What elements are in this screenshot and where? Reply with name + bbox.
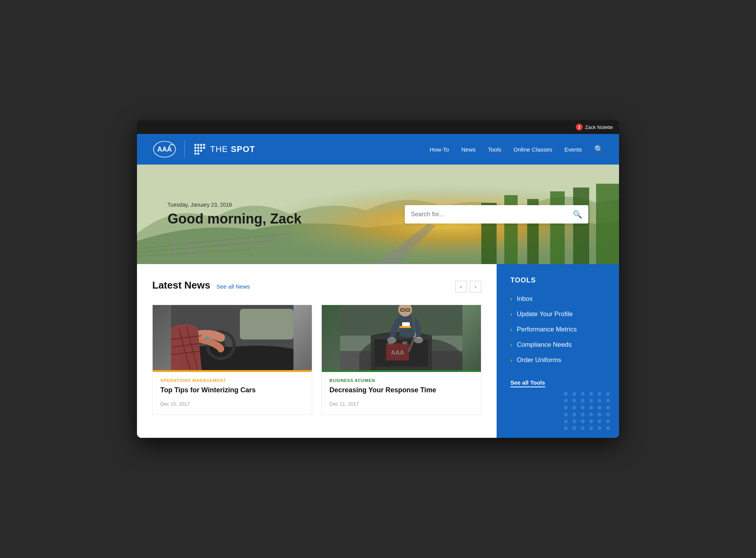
news-section-title: Latest News [152, 279, 210, 291]
card-headline: Top Tips for Winterizing Cars [160, 386, 304, 395]
chevron-icon: › [510, 296, 512, 302]
svg-rect-38 [205, 336, 210, 340]
list-item: › Inbox [510, 295, 605, 303]
news-card-body: Operations Management Top Tips for Winte… [153, 372, 312, 414]
card-category: Operations Management [160, 378, 304, 383]
svg-point-6 [194, 147, 197, 149]
svg-point-5 [203, 144, 205, 146]
svg-point-8 [200, 147, 202, 149]
tools-item-label: Order Uniforms [517, 356, 561, 364]
svg-point-3 [197, 144, 199, 146]
nav-news[interactable]: News [461, 146, 476, 153]
hero-search-button[interactable]: 🔍 [573, 210, 582, 219]
svg-point-7 [197, 147, 199, 149]
svg-point-4 [200, 144, 202, 146]
see-all-tools-link[interactable]: See all Tools [510, 379, 545, 387]
list-item: › Order Uniforms [510, 356, 605, 364]
card-headline: Decreasing Your Response Time [329, 386, 473, 395]
list-item: › Update Your Profile [510, 310, 605, 318]
nav-events[interactable]: Events [564, 146, 582, 153]
tools-item-label: Inbox [517, 295, 533, 303]
tools-item-label: Performance Metrics [517, 326, 577, 333]
spot-logo: THE SPOT [192, 142, 255, 157]
aaa-logo: AAA [152, 139, 177, 159]
header: AAA [137, 134, 619, 165]
spot-title: THE SPOT [210, 144, 255, 154]
svg-point-10 [194, 150, 197, 152]
tools-item-uniforms[interactable]: › Order Uniforms [510, 356, 605, 364]
hero-content: Tuesday, January 23, 2018 Good morning, … [137, 202, 619, 227]
main-nav: How-To News Tools Online Classes Events … [430, 145, 604, 154]
logo-divider [184, 141, 185, 158]
tools-item-profile[interactable]: › Update Your Profile [510, 310, 605, 318]
chevron-icon: › [510, 311, 512, 317]
list-item: › Performance Metrics [510, 326, 605, 333]
svg-point-14 [197, 153, 199, 155]
news-card-body: Business Acumen Decreasing Your Response… [322, 372, 481, 414]
header-search-button[interactable]: 🔍 [594, 145, 604, 154]
user-name: Zack Nolette [585, 124, 613, 130]
news-card-image: AAA [322, 305, 481, 370]
news-cards-grid: Operations Management Top Tips for Winte… [152, 305, 481, 414]
tools-item-inbox[interactable]: › Inbox [510, 295, 605, 303]
tools-decoration [564, 392, 611, 430]
mechanic-image: AAA [322, 305, 481, 370]
news-card-image [153, 305, 312, 370]
logo-area: AAA [152, 139, 255, 159]
tools-section: TOOLS › Inbox › Update Your Profile [497, 264, 619, 437]
tools-item-compliance[interactable]: › Compliance Needs [510, 341, 605, 349]
main-content: Latest News See all News ‹ › [137, 264, 619, 437]
news-next-button[interactable]: › [470, 281, 481, 292]
card-date: Dec 15, 2017 [160, 401, 304, 407]
hero-section: Tuesday, January 23, 2018 Good morning, … [137, 165, 619, 264]
tools-section-title: TOOLS [510, 276, 605, 284]
chevron-icon: › [510, 326, 512, 333]
driver-image [153, 305, 312, 370]
list-item: › Compliance Needs [510, 341, 605, 349]
notification-badge: 2 [576, 124, 583, 131]
news-header: Latest News See all News ‹ › [152, 279, 481, 292]
nav-online-classes[interactable]: Online Classes [513, 146, 552, 153]
news-section: Latest News See all News ‹ › [137, 264, 497, 437]
tools-item-label: Compliance Needs [517, 341, 572, 349]
hero-title: Good morning, Zack [168, 211, 301, 227]
hero-search-input[interactable] [411, 211, 570, 218]
nav-tools[interactable]: Tools [488, 146, 501, 153]
see-all-news-link[interactable]: See all News [217, 283, 250, 290]
svg-point-2 [194, 144, 197, 146]
news-card[interactable]: AAA [321, 305, 481, 414]
news-navigation: ‹ › [455, 281, 481, 292]
tools-list: › Inbox › Update Your Profile › Performa… [510, 295, 605, 364]
top-bar: 2 Zack Nolette [137, 120, 619, 134]
hero-search-bar[interactable]: 🔍 [405, 205, 588, 224]
hero-greeting-block: Tuesday, January 23, 2018 Good morning, … [168, 202, 301, 227]
svg-point-11 [197, 150, 199, 152]
svg-point-12 [200, 150, 202, 152]
card-date: Dec 11, 2017 [329, 401, 473, 407]
spot-dots-icon [192, 142, 207, 157]
svg-text:AAA: AAA [157, 146, 172, 153]
tools-item-performance[interactable]: › Performance Metrics [510, 326, 605, 333]
tools-item-label: Update Your Profile [517, 310, 573, 318]
chevron-icon: › [510, 342, 512, 348]
chevron-icon: › [510, 357, 512, 363]
svg-point-9 [203, 147, 205, 149]
news-card[interactable]: Operations Management Top Tips for Winte… [152, 305, 312, 414]
card-category: Business Acumen [329, 378, 473, 383]
hero-date: Tuesday, January 23, 2018 [168, 202, 301, 208]
svg-rect-39 [240, 309, 293, 339]
nav-howto[interactable]: How-To [430, 146, 449, 153]
svg-point-13 [194, 153, 197, 155]
news-prev-button[interactable]: ‹ [455, 281, 467, 292]
user-badge: 2 Zack Nolette [576, 124, 613, 131]
